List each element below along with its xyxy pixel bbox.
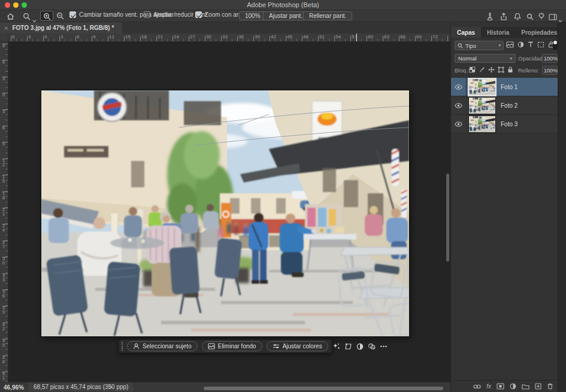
- notifications-bell-icon[interactable]: [514, 12, 521, 23]
- layers-footer: fx: [451, 380, 558, 392]
- filter-shape-layers-icon[interactable]: [537, 41, 544, 48]
- layer-row[interactable]: Foto 1: [451, 78, 558, 96]
- zoom-out-button[interactable]: [54, 11, 67, 21]
- zoom-level-field[interactable]: 46,96%: [4, 384, 24, 391]
- ruler-number: 63: [384, 34, 389, 39]
- layer-thumbnail[interactable]: [469, 116, 495, 132]
- document-image[interactable]: [41, 90, 409, 336]
- document-tab-label: FOTO 3.jpg al 47% (Foto 1, RGB/8) *: [12, 25, 114, 31]
- layer-visibility-cell[interactable]: [451, 78, 467, 96]
- opacity-value-field[interactable]: 100% ▾: [542, 54, 558, 63]
- link-layers-icon[interactable]: [473, 384, 481, 390]
- new-layer-icon[interactable]: [535, 383, 541, 390]
- ruler-number: 54: [335, 34, 341, 39]
- ruler-number: 51: [1, 372, 7, 380]
- titlebar: Adobe Photoshop (Beta): [0, 0, 566, 10]
- zoom-tool-icon[interactable]: [23, 12, 31, 23]
- status-chevron-icon[interactable]: >: [109, 384, 113, 390]
- tab-capas[interactable]: Capas: [451, 27, 481, 38]
- layer-visibility-cell[interactable]: [451, 96, 467, 115]
- adjustment-contrast-icon[interactable]: [356, 341, 364, 351]
- more-options-icon[interactable]: •••: [380, 344, 388, 350]
- chevron-down-icon: ▾: [498, 43, 501, 48]
- canvas-area[interactable]: Seleccionar sujeto Eliminar fondo Ajusta…: [8, 42, 450, 382]
- filter-pixel-layers-icon[interactable]: [506, 41, 514, 48]
- remove-background-button[interactable]: Eliminar fondo: [202, 341, 262, 351]
- ruler-number: 21: [158, 34, 163, 39]
- home-icon[interactable]: [7, 12, 14, 23]
- layer-row[interactable]: Foto 3: [451, 115, 558, 133]
- generative-sparkle-icon[interactable]: [332, 341, 340, 351]
- search-icon: [458, 43, 463, 48]
- zoom-in-button[interactable]: [40, 11, 53, 21]
- layer-filter-toggle[interactable]: [553, 40, 558, 50]
- transform-icon[interactable]: [344, 341, 352, 351]
- ruler-number: 24: [174, 34, 179, 39]
- lock-position-icon[interactable]: [488, 66, 495, 73]
- horizontal-scrollbar[interactable]: [204, 387, 443, 390]
- fill-screen-button[interactable]: Rellenar pant.: [303, 11, 352, 20]
- photoshop-window: Adobe Photoshop (Beta) Cambiar tamaño ve…: [0, 0, 566, 392]
- tab-historia[interactable]: Historia: [481, 27, 515, 38]
- ruler-number: 9: [93, 34, 95, 39]
- button-label: Eliminar fondo: [218, 343, 256, 350]
- horizontal-ruler[interactable]: 6303691215182124273033363942454851545760…: [8, 34, 450, 42]
- search-icon[interactable]: [526, 12, 534, 23]
- adjust-colors-button[interactable]: Ajustar colores: [267, 341, 328, 351]
- document-tab-bar: × FOTO 3.jpg al 47% (Foto 1, RGB/8) *: [0, 22, 450, 34]
- fit-screen-button[interactable]: Ajustar pant.: [263, 11, 308, 20]
- share-icon[interactable]: [500, 12, 507, 23]
- layer-row[interactable]: Foto 2: [451, 96, 558, 115]
- ruler-number: 42: [271, 34, 276, 39]
- lock-pixels-brush-icon[interactable]: [479, 66, 485, 73]
- panel-tab-bar: Capas Historia Propiedades: [451, 27, 558, 38]
- workspace-icon[interactable]: [549, 12, 557, 23]
- layer-effects-icon[interactable]: fx: [486, 383, 491, 390]
- tab-propiedades[interactable]: Propiedades: [515, 27, 563, 38]
- layers-panel: Capas Historia Propiedades Tipo ▾ Norma: [450, 22, 558, 392]
- drag-handle-icon[interactable]: [122, 342, 123, 351]
- blend-mode-select[interactable]: Normal ▾: [455, 54, 516, 63]
- document-tab[interactable]: × FOTO 3.jpg al 47% (Foto 1, RGB/8) *: [0, 22, 122, 34]
- ruler-number: 3: [1, 77, 7, 81]
- contextual-task-bar[interactable]: Seleccionar sujeto Eliminar fondo Ajusta…: [119, 339, 332, 353]
- layer-name[interactable]: Foto 1: [501, 84, 517, 90]
- vertical-scrollbar[interactable]: [446, 174, 449, 262]
- close-tab-icon[interactable]: ×: [4, 25, 8, 32]
- ruler-number: 24: [1, 224, 7, 232]
- beta-flask-icon[interactable]: [486, 12, 494, 23]
- new-group-folder-icon[interactable]: [522, 384, 529, 390]
- discover-bulb-icon[interactable]: [538, 12, 545, 23]
- ruler-number: 30: [206, 34, 211, 39]
- adjustment-layer-icon[interactable]: [510, 383, 516, 390]
- lock-transparency-icon[interactable]: [469, 66, 476, 73]
- layer-thumbnail[interactable]: [469, 98, 495, 114]
- ruler-number: 48: [1, 355, 7, 364]
- layer-mask-icon[interactable]: [497, 383, 504, 390]
- checkbox-box: [144, 11, 150, 18]
- ruler-number: 33: [1, 274, 7, 282]
- filter-type-layers-icon[interactable]: [528, 41, 534, 48]
- ruler-number: 42: [1, 323, 7, 331]
- vertical-ruler[interactable]: 96303691215182124273033363942454851: [0, 42, 8, 382]
- ruler-number: 3: [1, 110, 7, 114]
- lock-artboard-icon[interactable]: [498, 66, 504, 73]
- zoom-100-button[interactable]: 100%: [239, 11, 267, 20]
- blend-mode-value: Normal: [458, 55, 477, 62]
- fill-value-field[interactable]: 100% ▾: [542, 66, 558, 75]
- layer-filter-type-select[interactable]: Tipo ▾: [455, 41, 504, 50]
- layer-name[interactable]: Foto 3: [501, 121, 517, 127]
- harmonize-icon[interactable]: [368, 341, 376, 351]
- ruler-number: 27: [1, 241, 7, 249]
- ruler-number: 27: [190, 34, 195, 39]
- layer-thumbnail[interactable]: [469, 79, 495, 95]
- select-subject-button[interactable]: Seleccionar sujeto: [127, 341, 198, 351]
- layer-name[interactable]: Foto 2: [501, 102, 517, 109]
- ruler-number: 60: [368, 34, 373, 39]
- ruler-origin-corner[interactable]: [0, 34, 8, 42]
- lock-all-icon[interactable]: [507, 66, 513, 73]
- layer-visibility-cell[interactable]: [451, 115, 467, 133]
- person-icon: [133, 343, 140, 350]
- delete-layer-trash-icon[interactable]: [547, 383, 553, 390]
- filter-adjustment-layers-icon[interactable]: [517, 41, 524, 48]
